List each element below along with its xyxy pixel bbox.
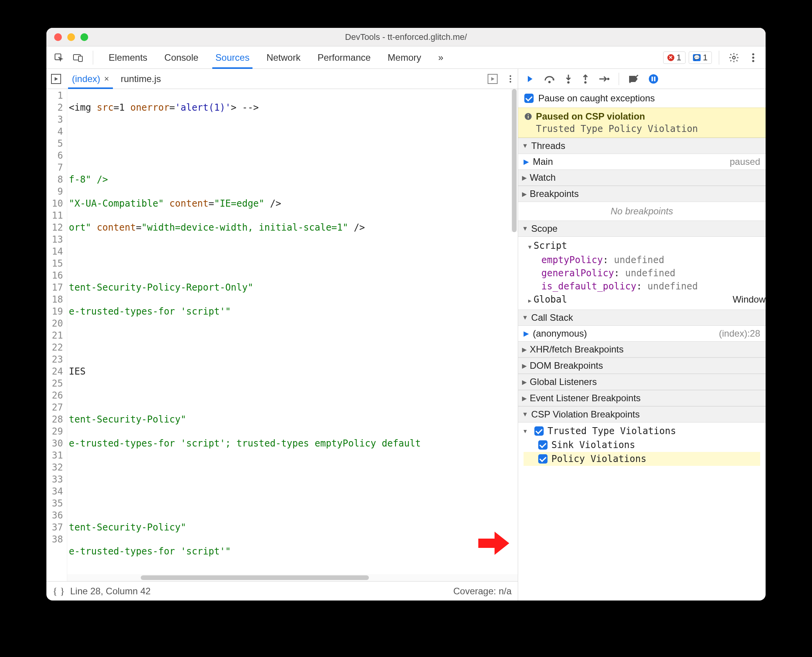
csp-sink-violations[interactable]: Sink Violations	[524, 438, 760, 452]
minimize-window-button[interactable]	[67, 33, 75, 41]
section-event-listener-bp[interactable]: ▶Event Listener Breakpoints	[518, 390, 766, 406]
section-global-listeners[interactable]: ▶Global Listeners	[518, 374, 766, 390]
svg-point-5	[752, 56, 754, 58]
svg-point-14	[649, 74, 658, 84]
issues-badge[interactable]: 💬 1	[689, 51, 712, 64]
csp-violation-body: ▼ Trusted Type Violations Sink Violation…	[518, 423, 766, 470]
editor-h-scrollbar[interactable]	[67, 574, 518, 581]
code-body[interactable]: <img src=1 onerror='alert(1)'> --> f-8" …	[67, 89, 518, 581]
step-out-icon[interactable]	[582, 74, 589, 84]
svg-rect-19	[528, 114, 529, 115]
info-icon	[524, 113, 532, 120]
svg-rect-18	[528, 116, 529, 118]
tab-memory[interactable]: Memory	[386, 46, 423, 68]
titlebar: DevTools - tt-enforced.glitch.me/	[46, 28, 766, 46]
no-breakpoints: No breakpoints	[518, 202, 766, 221]
traffic-lights	[54, 33, 88, 41]
checkbox-checked-icon[interactable]	[524, 94, 534, 103]
pause-caught-row[interactable]: Pause on caught exceptions	[518, 89, 766, 108]
scope-body: ▼Script emptyPolicy: undefined generalPo…	[518, 237, 766, 310]
section-dom[interactable]: ▶DOM Breakpoints	[518, 358, 766, 374]
svg-point-7	[510, 75, 511, 77]
pause-caught-label: Pause on caught exceptions	[538, 93, 655, 104]
annotation-arrow-icon	[476, 527, 511, 567]
coverage-status: Coverage: n/a	[453, 586, 512, 597]
svg-rect-16	[654, 77, 656, 81]
kebab-menu-icon[interactable]	[745, 50, 761, 65]
editor-v-scrollbar[interactable]	[511, 89, 518, 232]
section-watch[interactable]: ▶Watch	[518, 169, 766, 186]
error-count: 1	[677, 53, 681, 63]
issues-icon: 💬	[693, 54, 701, 61]
file-tab-runtime[interactable]: runtime.js	[118, 69, 164, 89]
deactivate-breakpoints-icon[interactable]	[628, 74, 639, 84]
svg-point-13	[607, 78, 609, 80]
current-frame-icon: ▶	[524, 329, 529, 338]
navigator-toggle-icon[interactable]	[51, 74, 61, 84]
file-tabs: (index) × runtime.js	[46, 69, 518, 89]
svg-point-6	[752, 60, 754, 62]
zoom-window-button[interactable]	[80, 33, 88, 41]
paused-title: Paused on CSP violation	[536, 111, 645, 122]
section-callstack[interactable]: ▼Call Stack	[518, 310, 766, 326]
pause-exceptions-icon[interactable]	[648, 74, 658, 84]
tabs-overflow[interactable]: »	[437, 46, 445, 68]
tab-sources[interactable]: Sources	[214, 46, 251, 68]
more-tabs-icon[interactable]	[488, 74, 498, 84]
step-over-icon[interactable]	[544, 74, 555, 84]
divider	[93, 51, 93, 65]
svg-rect-15	[652, 77, 653, 81]
pretty-print-icon[interactable]: { }	[53, 585, 65, 597]
editor-pane: (index) × runtime.js 1234567891011121314…	[46, 69, 518, 601]
svg-point-10	[548, 81, 551, 83]
debugger-toolbar	[518, 69, 766, 89]
svg-point-11	[567, 81, 570, 84]
gutter: 1234567891011121314151617181920212223242…	[46, 89, 67, 581]
error-icon: ✕	[667, 54, 674, 61]
divider	[719, 51, 719, 65]
tab-network[interactable]: Network	[265, 46, 302, 68]
errors-badge[interactable]: ✕ 1	[663, 51, 686, 64]
svg-point-9	[510, 81, 511, 82]
thread-main[interactable]: ▶ Main paused	[518, 154, 766, 169]
checkbox-checked-icon[interactable]	[538, 454, 548, 464]
tab-console[interactable]: Console	[163, 46, 200, 68]
close-icon[interactable]: ×	[104, 74, 109, 84]
devtools-window: DevTools - tt-enforced.glitch.me/ Elemen…	[46, 28, 766, 601]
issues-count: 1	[703, 53, 708, 63]
tab-elements[interactable]: Elements	[107, 46, 149, 68]
resume-icon[interactable]	[524, 74, 534, 84]
paused-sub: Trusted Type Policy Violation	[536, 123, 759, 134]
device-toggle-icon[interactable]	[70, 50, 86, 65]
cursor-position: Line 28, Column 42	[70, 586, 150, 597]
section-breakpoints[interactable]: ▶Breakpoints	[518, 186, 766, 202]
file-tabs-kebab-icon[interactable]	[505, 71, 515, 87]
paused-banner: Paused on CSP violation Trusted Type Pol…	[518, 108, 766, 138]
section-xhr[interactable]: ▶XHR/fetch Breakpoints	[518, 341, 766, 358]
close-window-button[interactable]	[54, 33, 62, 41]
code-editor[interactable]: 1234567891011121314151617181920212223242…	[46, 89, 518, 581]
settings-icon[interactable]	[726, 50, 742, 65]
section-scope[interactable]: ▼Scope	[518, 221, 766, 237]
section-threads[interactable]: ▼Threads	[518, 138, 766, 154]
step-into-icon[interactable]	[565, 74, 572, 84]
main-tabs: Elements Console Sources Network Perform…	[107, 46, 445, 68]
callstack-frame[interactable]: ▶ (anonymous) (index):28	[518, 326, 766, 341]
file-tab-label: runtime.js	[121, 74, 161, 84]
svg-point-4	[752, 53, 754, 55]
window-title: DevTools - tt-enforced.glitch.me/	[46, 32, 766, 42]
main-toolbar: Elements Console Sources Network Perform…	[46, 46, 766, 69]
csp-policy-violations[interactable]: Policy Violations	[524, 452, 760, 466]
section-csp-violation-bp[interactable]: ▼CSP Violation Breakpoints	[518, 406, 766, 423]
csp-trusted-types[interactable]: ▼ Trusted Type Violations	[524, 424, 760, 438]
checkbox-checked-icon[interactable]	[534, 426, 544, 436]
debugger-pane: Pause on caught exceptions Paused on CSP…	[518, 69, 766, 601]
checkbox-checked-icon[interactable]	[538, 440, 548, 450]
status-bar: { } Line 28, Column 42 Coverage: n/a	[46, 581, 518, 601]
file-tab-index[interactable]: (index) ×	[69, 69, 112, 89]
svg-rect-2	[78, 56, 82, 62]
inspect-icon[interactable]	[51, 50, 67, 65]
svg-point-12	[584, 81, 587, 84]
step-icon[interactable]	[599, 75, 609, 83]
tab-performance[interactable]: Performance	[316, 46, 372, 68]
